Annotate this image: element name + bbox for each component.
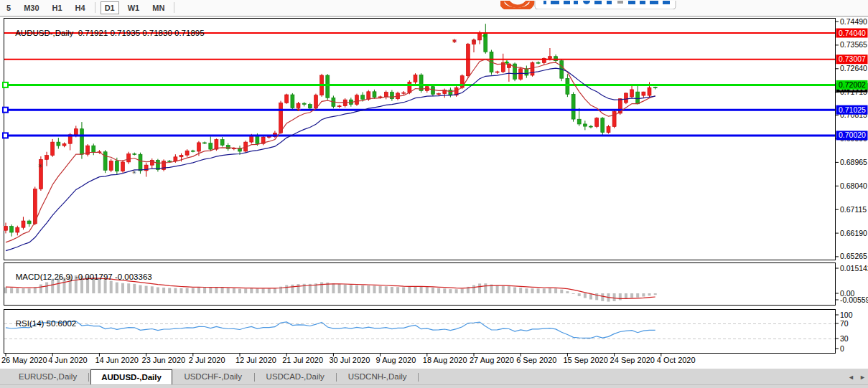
annotation-marker: ✚ xyxy=(297,107,301,112)
price-axis: 0.744900.735650.726400.717150.708150.698… xyxy=(836,17,868,261)
tab-separator xyxy=(254,373,255,382)
svg-text:30 Jul 2020: 30 Jul 2020 xyxy=(329,356,370,364)
level-price-badge: 0.74040 xyxy=(836,29,868,38)
svg-text:0.74040: 0.74040 xyxy=(839,29,866,37)
svg-text:21 Jul 2020: 21 Jul 2020 xyxy=(282,356,323,364)
annotation-marker: ✳ xyxy=(132,169,137,176)
tab-usdcad[interactable]: USDCAD-,Daily xyxy=(256,370,335,384)
level-price-badge: 0.70020 xyxy=(836,131,868,140)
level-price-badge: 0.71025 xyxy=(836,105,868,115)
rsi-axis: 10070300 xyxy=(836,311,853,353)
window-bottom-strip xyxy=(0,384,868,388)
svg-text:0.73007: 0.73007 xyxy=(839,55,866,63)
svg-text:100: 100 xyxy=(840,311,853,319)
macd-main-value: -0.001797 xyxy=(75,273,113,281)
svg-text:6 Sep 2020: 6 Sep 2020 xyxy=(516,356,556,364)
svg-text:0.65265: 0.65265 xyxy=(840,252,867,260)
ohlc-readout: 0.71921 0.71935 0.71830 0.71895 xyxy=(78,29,205,37)
svg-text:0.67115: 0.67115 xyxy=(840,205,867,214)
tab-separator xyxy=(336,373,337,382)
tab-audusd[interactable]: AUDUSD-,Daily xyxy=(90,369,172,385)
macd-signal-value: -0.003363 xyxy=(115,273,152,281)
chart-title: AUDUSD-,Daily 0.71921 0.71935 0.71830 0.… xyxy=(6,20,205,46)
rsi-value: 50.6002 xyxy=(47,319,77,328)
chevron-left-icon[interactable]: ◄ xyxy=(848,374,854,381)
rsi-indicator-label: RSI(14) 50.6002 xyxy=(6,311,76,336)
svg-text:0.71025: 0.71025 xyxy=(839,105,866,114)
svg-text:27 Aug 2020: 27 Aug 2020 xyxy=(470,356,514,364)
svg-text:2 Jul 2020: 2 Jul 2020 xyxy=(189,356,225,364)
svg-text:15 Sep 2020: 15 Sep 2020 xyxy=(563,356,607,364)
svg-text:9 Aug 2020: 9 Aug 2020 xyxy=(376,356,416,364)
svg-text:4 Oct 2020: 4 Oct 2020 xyxy=(657,356,696,364)
tab-separator xyxy=(418,373,419,382)
svg-text:30: 30 xyxy=(840,334,849,343)
annotation-marker: ✱ xyxy=(452,38,457,44)
svg-text:14 Jun 2020: 14 Jun 2020 xyxy=(95,356,139,364)
svg-text:0.72002: 0.72002 xyxy=(839,80,866,89)
svg-text:12 Jul 2020: 12 Jul 2020 xyxy=(235,356,276,364)
svg-text:18 Aug 2020: 18 Aug 2020 xyxy=(423,356,467,364)
svg-text:0.015142: 0.015142 xyxy=(840,264,868,273)
svg-text:70: 70 xyxy=(840,319,849,328)
svg-text:23 Jun 2020: 23 Jun 2020 xyxy=(142,356,186,364)
annotation-marker: ✳ xyxy=(38,163,43,169)
svg-text:0: 0 xyxy=(840,344,844,353)
svg-text:0.72640: 0.72640 xyxy=(840,64,867,72)
svg-text:0.66190: 0.66190 xyxy=(840,229,867,237)
svg-text:26 May 2020: 26 May 2020 xyxy=(1,356,47,364)
trading-app-window: 5M30H1H4D1W1MN ✳✳✚✱✱✚✚0.744900.735650.72… xyxy=(0,0,868,388)
level-price-badge: 0.72002 xyxy=(836,80,868,90)
annotation-marker: ✱ xyxy=(472,38,477,44)
svg-text:-0.005595: -0.005595 xyxy=(840,295,868,304)
macd-axis: 0.0151420.00-0.005595 xyxy=(836,264,868,304)
tab-eurusd[interactable]: EURUSD-,Daily xyxy=(9,370,87,384)
svg-text:0.68965: 0.68965 xyxy=(840,158,867,166)
svg-text:0.74490: 0.74490 xyxy=(840,17,867,26)
date-axis: 26 May 20204 Jun 202014 Jun 202023 Jun 2… xyxy=(1,354,696,364)
tab-usdchf[interactable]: USDCHF-,Daily xyxy=(174,370,252,384)
svg-text:4 Jun 2020: 4 Jun 2020 xyxy=(48,356,87,364)
macd-indicator-label: MACD(12,26,9) -0.001797 -0.003363 xyxy=(6,264,152,290)
svg-text:0.68040: 0.68040 xyxy=(840,181,867,190)
chevron-right-icon[interactable]: ► xyxy=(859,374,866,381)
svg-text:0.73565: 0.73565 xyxy=(840,40,867,49)
rsi-panel[interactable] xyxy=(4,310,836,354)
annotation-marker: ✚ xyxy=(482,33,487,39)
tab-separator xyxy=(88,373,89,382)
symbol-period-label: AUDUSD-,Daily xyxy=(15,29,73,37)
tab-usdcnh[interactable]: USDCNH-,Daily xyxy=(338,370,417,384)
main-chart-panel[interactable] xyxy=(4,19,836,260)
level-price-badge: 0.73007 xyxy=(836,55,868,64)
svg-text:24 Sep 2020: 24 Sep 2020 xyxy=(610,356,655,364)
annotation-marker: ✚ xyxy=(505,60,510,66)
svg-text:0.70020: 0.70020 xyxy=(839,131,866,139)
chart-canvas[interactable]: ✳✳✚✱✱✚✚0.744900.735650.726400.717150.708… xyxy=(0,0,868,388)
